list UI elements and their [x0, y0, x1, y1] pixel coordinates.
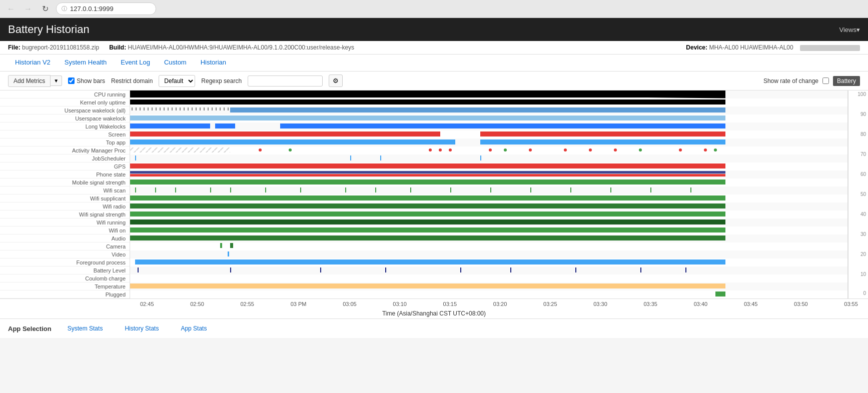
- chart-label-row: Userspace wakelock: [0, 114, 130, 122]
- time-tick: 03:15: [443, 301, 457, 307]
- time-tick: 03:20: [493, 301, 507, 307]
- svg-rect-55: [230, 188, 231, 192]
- chart-label-row: Wifi running: [0, 218, 130, 226]
- reload-button[interactable]: ↻: [39, 3, 51, 15]
- views-button[interactable]: Views▾: [839, 26, 860, 34]
- svg-rect-71: [130, 204, 725, 208]
- chart-label-row: Coulomb charge: [0, 274, 130, 282]
- time-tick: 03:40: [694, 301, 708, 307]
- svg-rect-19: [480, 140, 725, 144]
- svg-point-36: [714, 148, 717, 152]
- svg-point-32: [614, 148, 617, 152]
- address-bar[interactable]: ⓘ 127.0.0.1:9999: [56, 2, 156, 15]
- show-bars-label[interactable]: Show bars: [68, 78, 105, 84]
- file-label: File: bugreport-201911081558.zip: [8, 44, 99, 51]
- show-bars-checkbox[interactable]: [68, 78, 75, 84]
- svg-rect-91: [385, 268, 386, 272]
- svg-rect-66: [650, 188, 651, 192]
- tab-system-health[interactable]: System Health: [58, 54, 114, 71]
- chart-label-row: Wifi on: [0, 226, 130, 234]
- add-metrics-group: Add Metrics ▼: [8, 75, 62, 87]
- time-tick: 03:50: [794, 301, 808, 307]
- chart-label-row: Phone state: [0, 170, 130, 178]
- svg-rect-89: [230, 268, 231, 272]
- bottom-tab-system-stats[interactable]: System Stats: [62, 323, 109, 334]
- svg-rect-79: [130, 236, 725, 240]
- svg-rect-83: [130, 250, 847, 258]
- time-tick: 03:10: [393, 301, 407, 307]
- add-metrics-arrow[interactable]: ▼: [51, 76, 62, 86]
- svg-rect-49: [130, 180, 725, 184]
- y-tick-50: 50: [860, 192, 866, 197]
- time-tick: 03:25: [543, 301, 557, 307]
- svg-rect-57: [300, 188, 301, 192]
- chart-label-row: JobScheduler: [0, 154, 130, 162]
- svg-point-24: [429, 148, 432, 152]
- svg-rect-58: [345, 188, 346, 192]
- svg-rect-86: [135, 260, 725, 264]
- svg-rect-21: [130, 148, 230, 152]
- svg-rect-6: [130, 108, 230, 112]
- tab-custom[interactable]: Custom: [157, 54, 194, 71]
- y-tick-80: 80: [860, 132, 866, 137]
- svg-rect-69: [130, 196, 725, 200]
- svg-point-28: [504, 148, 507, 152]
- svg-rect-77: [130, 228, 725, 232]
- svg-rect-97: [130, 274, 847, 282]
- time-tick: 03:35: [643, 301, 657, 307]
- settings-button[interactable]: ⚙: [329, 74, 343, 87]
- chart-label-row: Temperature: [0, 282, 130, 290]
- time-tick: 03:45: [744, 301, 758, 307]
- bottom-tab-history-stats[interactable]: History Stats: [119, 323, 165, 334]
- regexp-search-input[interactable]: [248, 76, 323, 86]
- show-rate-label: Show rate of change: [763, 78, 818, 84]
- svg-rect-63: [530, 188, 531, 192]
- tab-historian-v2[interactable]: Historian V2: [8, 54, 58, 71]
- svg-rect-99: [130, 284, 725, 288]
- y-tick-0: 0: [863, 290, 866, 296]
- y-tick-100: 100: [857, 92, 866, 97]
- svg-rect-94: [575, 268, 576, 272]
- svg-rect-64: [570, 188, 571, 192]
- tab-historian[interactable]: Historian: [194, 54, 233, 71]
- chart-label-row: Activity Manager Proc: [0, 146, 130, 154]
- svg-rect-75: [130, 220, 725, 224]
- svg-point-34: [679, 148, 682, 152]
- svg-rect-43: [130, 164, 725, 168]
- show-rate-checkbox[interactable]: [822, 78, 829, 84]
- forward-button[interactable]: →: [22, 3, 34, 15]
- tab-event-log[interactable]: Event Log: [114, 54, 157, 71]
- chart-label-row: CPU running: [0, 90, 130, 98]
- chart-label-row: Camera: [0, 242, 130, 250]
- svg-rect-62: [490, 188, 491, 192]
- svg-point-31: [589, 148, 592, 152]
- tabs-bar: Historian V2 System Health Event Log Cus…: [0, 54, 868, 72]
- svg-rect-88: [138, 268, 139, 272]
- svg-rect-87: [130, 266, 847, 274]
- svg-rect-56: [265, 188, 266, 192]
- time-label: Time (Asia/Shanghai CST UTC+08:00): [382, 310, 486, 317]
- chart-label-row: GPS: [0, 162, 130, 170]
- svg-rect-12: [215, 124, 235, 128]
- svg-rect-59: [375, 188, 376, 192]
- app-header: Battery Historian Views▾: [0, 18, 868, 41]
- svg-rect-61: [450, 188, 451, 192]
- svg-rect-20: [130, 146, 847, 154]
- add-metrics-button[interactable]: Add Metrics: [8, 75, 51, 87]
- chart-label-row: Userspace wakelock (all): [0, 106, 130, 114]
- svg-rect-39: [350, 156, 351, 160]
- back-button[interactable]: ←: [5, 3, 17, 15]
- svg-rect-13: [280, 124, 725, 128]
- restrict-domain-select[interactable]: Default: [159, 75, 195, 87]
- svg-point-29: [529, 148, 532, 152]
- time-ticks-row: 02:4502:5002:5503 PM03:0503:1003:1503:20…: [140, 299, 858, 309]
- chart-label-row: Kernel only uptime: [0, 98, 130, 106]
- chart-label-row: Top app: [0, 138, 130, 146]
- chart-label-row: Video: [0, 250, 130, 258]
- svg-rect-18: [130, 140, 455, 144]
- chart-label-row: Long Wakelocks: [0, 122, 130, 130]
- time-tick: 02:50: [190, 301, 204, 307]
- bottom-tab-app-stats[interactable]: App Stats: [175, 323, 213, 334]
- svg-rect-101: [715, 292, 725, 296]
- bottom-section: App Selection System Stats History Stats…: [0, 318, 868, 338]
